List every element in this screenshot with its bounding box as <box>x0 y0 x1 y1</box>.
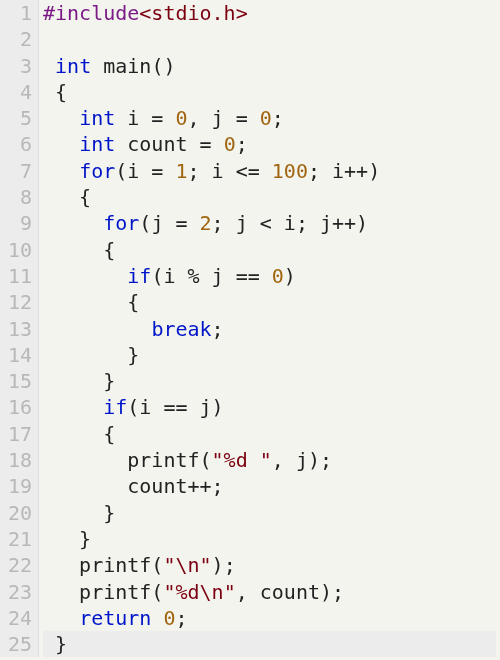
line-number: 7 <box>4 158 32 184</box>
token-kw: for <box>103 211 139 235</box>
token-fn: main <box>103 54 151 78</box>
token-kw: int <box>55 54 91 78</box>
line-number: 12 <box>4 289 32 315</box>
token-op: , j = <box>188 106 260 130</box>
code-line: } <box>43 500 496 526</box>
line-number: 1 <box>4 0 32 26</box>
token-op: printf( <box>43 580 163 604</box>
code-line: } <box>43 526 496 552</box>
token-op: { <box>43 80 67 104</box>
line-number: 14 <box>4 342 32 368</box>
line-number-gutter: 1234567891011121314151617181920212223242… <box>0 0 39 657</box>
code-line: printf("%d\n", count); <box>43 579 496 605</box>
code-line: return 0; <box>43 605 496 631</box>
token-op: ; <box>236 132 248 156</box>
token-op: (j = <box>139 211 199 235</box>
code-line: for(i = 1; i <= 100; i++) <box>43 158 496 184</box>
code-line: if(i == j) <box>43 394 496 420</box>
line-number: 20 <box>4 500 32 526</box>
token-kw: if <box>127 264 151 288</box>
token-op: { <box>43 290 139 314</box>
token-op: ; i <= <box>188 159 272 183</box>
token-kw: int <box>79 132 115 156</box>
token-hdr: "%d " <box>212 448 272 472</box>
token-kw: if <box>103 395 127 419</box>
token-num: 0 <box>224 132 236 156</box>
token-op: (i == j) <box>127 395 223 419</box>
token-num: 0 <box>163 606 175 630</box>
token-op: count++; <box>43 474 224 498</box>
line-number: 11 <box>4 263 32 289</box>
token-op: } <box>43 501 115 525</box>
code-line <box>43 26 496 52</box>
token-op <box>43 395 103 419</box>
token-op: } <box>43 343 139 367</box>
line-number: 9 <box>4 210 32 236</box>
line-number: 5 <box>4 105 32 131</box>
code-line: for(j = 2; j < i; j++) <box>43 210 496 236</box>
line-number: 8 <box>4 184 32 210</box>
token-hdr: "\n" <box>163 553 211 577</box>
code-line: } <box>43 631 496 657</box>
code-line: printf("\n"); <box>43 552 496 578</box>
line-number: 2 <box>4 26 32 52</box>
line-number: 16 <box>4 394 32 420</box>
code-line: { <box>43 421 496 447</box>
token-op <box>43 106 79 130</box>
token-op: () <box>151 54 175 78</box>
line-number: 13 <box>4 316 32 342</box>
code-editor: 1234567891011121314151617181920212223242… <box>0 0 500 657</box>
token-num: 2 <box>200 211 212 235</box>
code-line: int main() <box>43 53 496 79</box>
token-op: ; j < i; j++) <box>212 211 369 235</box>
line-number: 17 <box>4 421 32 447</box>
token-op: } <box>43 527 91 551</box>
token-op: printf( <box>43 448 212 472</box>
token-num: 0 <box>175 106 187 130</box>
token-kw: break <box>151 317 211 341</box>
token-op: printf( <box>43 553 163 577</box>
line-number: 3 <box>4 53 32 79</box>
code-area[interactable]: #include<stdio.h> int main() { int i = 0… <box>39 0 500 657</box>
token-op: (i % j == <box>151 264 271 288</box>
token-op: { <box>43 185 91 209</box>
token-kw: int <box>79 106 115 130</box>
token-op: { <box>43 422 115 446</box>
line-number: 21 <box>4 526 32 552</box>
token-num: 1 <box>175 159 187 183</box>
token-op: } <box>43 369 115 393</box>
token-num: 0 <box>272 264 284 288</box>
token-op <box>43 317 151 341</box>
code-line: int i = 0, j = 0; <box>43 105 496 131</box>
code-line: printf("%d ", j); <box>43 447 496 473</box>
token-op <box>91 54 103 78</box>
code-line: count++; <box>43 473 496 499</box>
line-number: 19 <box>4 473 32 499</box>
line-number: 22 <box>4 552 32 578</box>
code-line: { <box>43 237 496 263</box>
line-number: 15 <box>4 368 32 394</box>
line-number: 4 <box>4 79 32 105</box>
code-line: if(i % j == 0) <box>43 263 496 289</box>
code-line: #include<stdio.h> <box>43 0 496 26</box>
token-op <box>43 606 79 630</box>
code-line: int count = 0; <box>43 131 496 157</box>
token-op: (i = <box>115 159 175 183</box>
token-op: , count); <box>236 580 344 604</box>
line-number: 24 <box>4 605 32 631</box>
token-op: ; i++) <box>308 159 380 183</box>
token-num: 100 <box>272 159 308 183</box>
line-number: 6 <box>4 131 32 157</box>
token-op <box>43 54 55 78</box>
token-kw: for <box>79 159 115 183</box>
token-op <box>43 159 79 183</box>
code-line: } <box>43 368 496 394</box>
token-op: { <box>43 238 115 262</box>
code-line: { <box>43 184 496 210</box>
token-op: } <box>43 632 67 656</box>
code-line: break; <box>43 316 496 342</box>
token-op: ) <box>284 264 296 288</box>
token-op: ; <box>212 317 224 341</box>
line-number: 10 <box>4 237 32 263</box>
token-op <box>43 211 103 235</box>
